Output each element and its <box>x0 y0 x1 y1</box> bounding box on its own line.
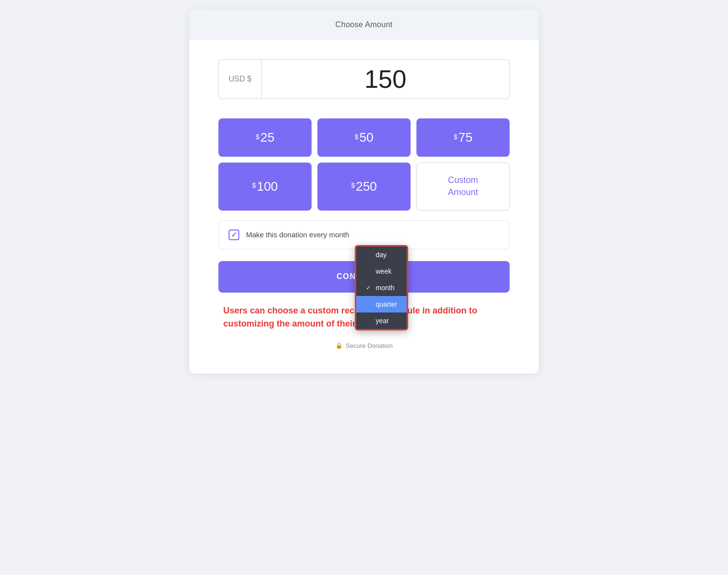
month-label: month <box>376 284 395 292</box>
amount-input-box: USD $ 150 <box>218 59 510 99</box>
preset-btn-50[interactable]: $50 <box>317 118 411 157</box>
frequency-trigger[interactable]: month <box>329 230 349 239</box>
card-header: Choose Amount <box>189 10 539 40</box>
preset-250-label: 250 <box>356 179 377 194</box>
donation-card: Choose Amount USD $ 150 $25 $50 $75 $100… <box>189 10 539 374</box>
frequency-dropdown[interactable]: day week ✓ month quarter year <box>355 245 408 330</box>
preset-btn-75[interactable]: $75 <box>416 118 510 157</box>
year-label: year <box>376 317 389 325</box>
currency-label: USD $ <box>219 60 262 99</box>
secure-footer: 🔒 Secure Donation <box>218 342 510 359</box>
secure-label: Secure Donation <box>346 342 393 349</box>
recurring-label: Make this donation every month <box>246 230 349 239</box>
custom-line2: Amount <box>448 187 478 198</box>
preset-grid: $25 $50 $75 $100 $250 Custom Amount <box>218 118 510 211</box>
preset-btn-25[interactable]: $25 <box>218 118 312 157</box>
checkmark-icon: ✓ <box>231 230 237 239</box>
recurring-checkbox[interactable]: ✓ <box>229 230 239 240</box>
dropdown-item-week[interactable]: week <box>356 263 407 279</box>
dropdown-item-quarter[interactable]: quarter <box>356 296 407 312</box>
preset-25-label: 25 <box>260 130 274 145</box>
card-body: USD $ 150 $25 $50 $75 $100 $250 Custom A… <box>189 40 539 374</box>
preset-75-label: 75 <box>458 130 472 145</box>
card-title: Choose Amount <box>335 20 393 29</box>
preset-50-label: 50 <box>359 130 373 145</box>
recurring-row: ✓ Make this donation every month day wee… <box>218 220 510 249</box>
lock-icon: 🔒 <box>335 342 343 349</box>
week-label: week <box>376 267 392 275</box>
preset-100-label: 100 <box>257 179 278 194</box>
custom-line1: Custom <box>448 175 478 186</box>
month-check: ✓ <box>366 284 373 291</box>
amount-display[interactable]: 150 <box>262 60 509 99</box>
dropdown-item-year[interactable]: year <box>356 312 407 329</box>
day-label: day <box>376 251 387 259</box>
quarter-label: quarter <box>376 300 397 308</box>
preset-btn-250[interactable]: $250 <box>317 163 411 211</box>
custom-amount-button[interactable]: Custom Amount <box>416 163 510 211</box>
dropdown-item-day[interactable]: day <box>356 246 407 263</box>
preset-btn-100[interactable]: $100 <box>218 163 312 211</box>
dropdown-item-month[interactable]: ✓ month <box>356 279 407 296</box>
